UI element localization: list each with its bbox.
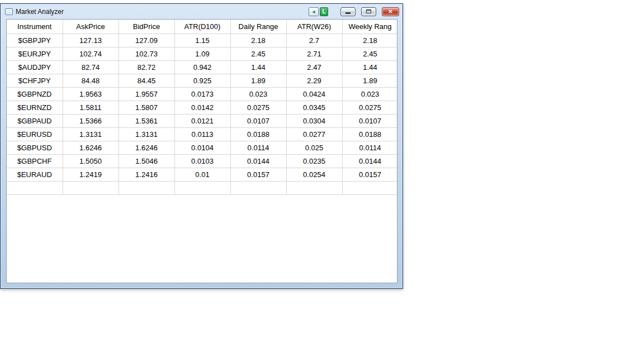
table-cell[interactable]: 1.5050 — [63, 154, 119, 168]
table-cell[interactable]: $CHFJPY — [7, 74, 63, 87]
table-cell[interactable]: 0.0254 — [286, 168, 342, 181]
table-cell[interactable]: 0.0235 — [286, 154, 342, 168]
table-cell[interactable]: $GBPUSD — [7, 141, 63, 154]
table-cell[interactable]: 0.0275 — [342, 101, 397, 114]
column-header[interactable]: AskPrice — [63, 20, 119, 34]
table-cell[interactable]: 0.0188 — [230, 127, 286, 141]
table-cell[interactable]: 1.5807 — [119, 101, 174, 114]
table-cell[interactable]: 1.89 — [230, 74, 286, 87]
table-cell[interactable]: 84.45 — [119, 74, 174, 87]
table-cell[interactable]: 0.0107 — [230, 114, 286, 127]
table-cell[interactable]: $GBPJPY — [7, 34, 63, 47]
table-cell[interactable]: 1.15 — [174, 34, 230, 47]
table-cell[interactable]: 2.71 — [286, 47, 342, 60]
table-cell[interactable]: 1.6246 — [119, 141, 174, 154]
table-cell[interactable]: 0.0345 — [286, 101, 342, 114]
table-cell[interactable]: 0.0188 — [342, 127, 397, 141]
table-cell[interactable]: 0.0107 — [342, 114, 397, 127]
table-cell[interactable]: 2.47 — [286, 60, 342, 74]
table-cell[interactable]: 0.0157 — [230, 168, 286, 181]
table-cell[interactable]: 0.0104 — [174, 141, 230, 154]
table-cell[interactable]: $GBPNZD — [7, 87, 63, 101]
table-cell[interactable]: 102.74 — [63, 47, 119, 60]
column-header[interactable]: Daily Range — [230, 20, 286, 34]
table-cell[interactable]: 1.2419 — [63, 168, 119, 181]
table-row: $EURUSD1.31311.31310.01130.01880.02770.0… — [7, 127, 397, 141]
table-row: $EURAUD1.24191.24160.010.01570.02540.015… — [7, 168, 397, 181]
table-cell[interactable]: $GBPCHF — [7, 154, 63, 168]
table-cell[interactable]: 0.0173 — [174, 87, 230, 101]
table-cell[interactable]: 0.0304 — [286, 114, 342, 127]
table-cell[interactable]: 0.0157 — [342, 168, 397, 181]
table-cell[interactable]: 0.023 — [342, 87, 397, 101]
table-cell[interactable]: 1.09 — [174, 47, 230, 60]
table-cell[interactable]: 0.01 — [174, 168, 230, 181]
table-cell[interactable]: 1.6246 — [63, 141, 119, 154]
table-cell[interactable]: 0.0113 — [174, 127, 230, 141]
table-cell[interactable]: 0.0144 — [342, 154, 397, 168]
column-header[interactable]: Weekly Rang — [342, 20, 397, 34]
table-cell[interactable]: 2.45 — [342, 47, 397, 60]
table-cell[interactable]: 0.942 — [174, 60, 230, 74]
table-cell[interactable]: 0.0144 — [230, 154, 286, 168]
table-cell[interactable]: 1.2416 — [119, 168, 174, 181]
table-cell[interactable]: 1.5046 — [119, 154, 174, 168]
table-cell[interactable]: 0.0424 — [286, 87, 342, 101]
table-cell[interactable]: 0.0275 — [230, 101, 286, 114]
minimize-button[interactable] — [340, 7, 356, 16]
table-cell[interactable] — [286, 181, 342, 194]
table-cell[interactable]: $EURAUD — [7, 168, 63, 181]
table-cell[interactable]: 2.18 — [342, 34, 397, 47]
table-cell[interactable]: 102.73 — [119, 47, 174, 60]
table-cell[interactable]: 2.45 — [230, 47, 286, 60]
table-cell[interactable]: 0.0103 — [174, 154, 230, 168]
table-cell[interactable]: 127.09 — [119, 34, 174, 47]
close-button[interactable]: ✕ — [382, 7, 399, 16]
table-row: $CHFJPY84.4884.450.9251.892.291.89 — [7, 74, 397, 87]
table-cell[interactable]: 2.18 — [230, 34, 286, 47]
column-header[interactable]: BidPrice — [119, 20, 174, 34]
table-cell[interactable]: 1.44 — [230, 60, 286, 74]
table-cell[interactable]: 2.7 — [286, 34, 342, 47]
table-cell[interactable]: 0.025 — [286, 141, 342, 154]
table-cell[interactable]: 0.0277 — [286, 127, 342, 141]
column-header[interactable]: Instrument — [7, 20, 63, 34]
table-cell[interactable]: $EURNZD — [7, 101, 63, 114]
table-cell[interactable]: 1.3131 — [119, 127, 174, 141]
table-cell[interactable] — [342, 181, 397, 194]
table-cell[interactable]: 1.89 — [342, 74, 397, 87]
table-cell[interactable]: 0.023 — [230, 87, 286, 101]
table-cell[interactable] — [230, 181, 286, 194]
table-cell[interactable]: 2.29 — [286, 74, 342, 87]
table-cell[interactable]: 1.44 — [342, 60, 397, 74]
titlebar[interactable]: Market Analyzer ◄ L ✕ — [1, 4, 402, 19]
column-header[interactable]: ATR(D100) — [174, 20, 230, 34]
table-cell[interactable]: 82.72 — [119, 60, 174, 74]
table-cell[interactable]: 84.48 — [63, 74, 119, 87]
instrument-link-arrow-button[interactable]: ◄ — [309, 7, 319, 16]
table-cell[interactable]: 1.5366 — [63, 114, 119, 127]
table-cell[interactable]: $EURUSD — [7, 127, 63, 141]
table-cell[interactable]: 82.74 — [63, 60, 119, 74]
table-cell[interactable]: 1.3131 — [63, 127, 119, 141]
table-cell[interactable]: $EURJPY — [7, 47, 63, 60]
table-cell[interactable]: 127.13 — [63, 34, 119, 47]
table-cell[interactable]: $AUDJPY — [7, 60, 63, 74]
table-cell[interactable]: 1.5811 — [63, 101, 119, 114]
instrument-link-button[interactable]: L — [320, 7, 328, 16]
table-cell[interactable] — [7, 181, 63, 194]
table-cell[interactable]: 0.0114 — [342, 141, 397, 154]
table-cell[interactable]: 0.925 — [174, 74, 230, 87]
table-cell[interactable] — [119, 181, 174, 194]
table-cell[interactable]: 0.0114 — [230, 141, 286, 154]
table-cell[interactable]: 1.9563 — [63, 87, 119, 101]
table-cell[interactable]: 0.0142 — [174, 101, 230, 114]
table-cell[interactable]: 0.0121 — [174, 114, 230, 127]
table-cell[interactable]: 1.5361 — [119, 114, 174, 127]
table-cell[interactable] — [174, 181, 230, 194]
column-header[interactable]: ATR(W26) — [286, 20, 342, 34]
maximize-button[interactable] — [361, 7, 376, 16]
table-cell[interactable]: $GBPAUD — [7, 114, 63, 127]
table-cell[interactable]: 1.9557 — [119, 87, 174, 101]
table-cell[interactable] — [63, 181, 119, 194]
